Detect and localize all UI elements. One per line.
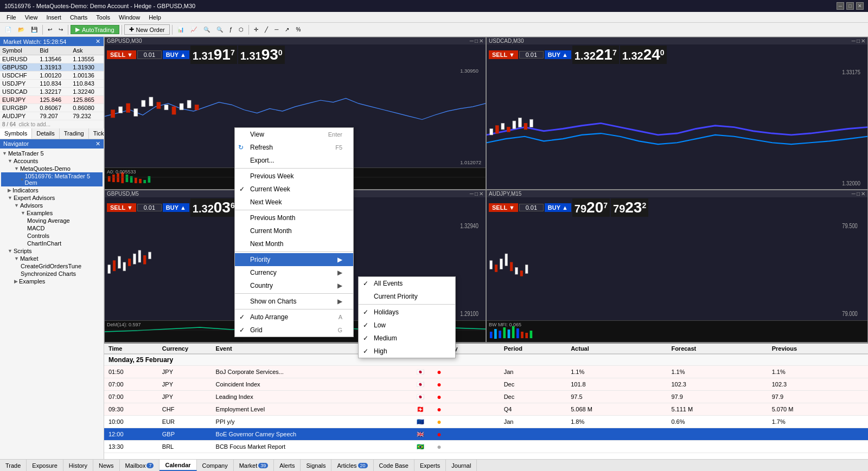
calendar-row[interactable]: 13:30 BRL BCB Focus Market Report 🇧🇷 ● [104, 441, 868, 453]
tab-calendar[interactable]: Calendar [159, 460, 196, 471]
tb-crosshair[interactable]: ✛ [251, 25, 261, 34]
nav-macd[interactable]: MACD [1, 224, 103, 232]
ctx-priority[interactable]: Priority ▶ [235, 253, 353, 266]
ctx-export[interactable]: Export... [235, 154, 353, 167]
lot-input-4[interactable] [519, 204, 544, 211]
mw-tab-symbols[interactable]: Symbols [0, 128, 32, 139]
tab-journal[interactable]: Journal [446, 460, 477, 471]
ctx-next-week[interactable]: Next Week [235, 196, 353, 209]
tb-zoom-in[interactable]: 🔍 [201, 25, 213, 34]
chart-win-btns-4[interactable]: ─ □ ✕ [852, 191, 865, 197]
mw-add[interactable]: click to add... [19, 121, 50, 127]
sell-button-3[interactable]: SELL ▼ [107, 203, 136, 212]
nav-indicators[interactable]: ▶ Indicators [1, 186, 103, 194]
calendar-row[interactable]: 01:50 JPY BoJ Corporate Services... 🇯🇵 ●… [104, 366, 868, 378]
chart-maximize-2[interactable]: □ [857, 38, 860, 44]
ctx-cur-week[interactable]: ✓ Current Week [235, 183, 353, 196]
ctx-refresh[interactable]: ↻ Refresh F5 [235, 141, 353, 154]
tab-alerts[interactable]: Alerts [274, 460, 301, 471]
calendar-row[interactable]: 07:00 JPY Coincident Index 🇯🇵 ● Dec 101.… [104, 378, 868, 391]
sell-button-1[interactable]: SELL ▼ [107, 50, 136, 59]
maximize-button[interactable]: □ [846, 2, 854, 10]
minimize-button[interactable]: ─ [837, 2, 844, 10]
tb-indicators[interactable]: ƒ [227, 25, 235, 34]
toolbar-new-btn[interactable]: 📄 [2, 25, 14, 34]
menu-charts[interactable]: Charts [66, 13, 92, 22]
tab-news[interactable]: News [93, 460, 120, 471]
nav-accounts[interactable]: ▼ Accounts [1, 157, 103, 165]
tab-market[interactable]: Market39 [234, 460, 275, 471]
mw-tab-details[interactable]: Details [32, 128, 60, 139]
lot-input-2[interactable] [519, 51, 544, 59]
market-watch-row[interactable]: USDCAD 1.32217 1.32240 [0, 88, 104, 96]
toolbar-save-btn[interactable]: 💾 [28, 25, 40, 34]
ctx-next-month[interactable]: Next Month [235, 237, 353, 250]
buy-button-4[interactable]: BUY ▲ [545, 203, 571, 212]
market-watch-close[interactable]: ✕ [95, 38, 100, 45]
tab-company[interactable]: Company [197, 460, 234, 471]
chart-close-1[interactable]: ✕ [479, 38, 483, 44]
menu-window[interactable]: Window [114, 13, 144, 22]
tab-articles[interactable]: Articles20 [331, 460, 373, 471]
market-watch-row[interactable]: AUDJPY 79.207 79.232 [0, 112, 104, 120]
chart-maximize-3[interactable]: □ [475, 191, 478, 197]
priority-low[interactable]: ✓ Low [359, 319, 455, 332]
new-order-button[interactable]: ✚ New Order [124, 24, 170, 35]
ctx-currency[interactable]: Currency ▶ [235, 266, 353, 279]
menu-help[interactable]: Help [144, 13, 165, 22]
nav-controls[interactable]: Controls [1, 232, 103, 240]
market-watch-row[interactable]: GBPUSD 1.31913 1.31930 [0, 63, 104, 72]
market-watch-row[interactable]: EURUSD 1.13546 1.13555 [0, 55, 104, 63]
toolbar-undo-btn[interactable]: ↩ [45, 25, 55, 34]
calendar-highlighted-row[interactable]: 12:00 GBP BoE Governor Carney Speech 🇬🇧 … [104, 428, 868, 441]
tab-history[interactable]: History [63, 460, 93, 471]
tab-trade[interactable]: Trade [0, 460, 27, 471]
close-button[interactable]: ✕ [856, 2, 864, 10]
lot-input-1[interactable] [137, 50, 162, 59]
ctx-prev-week[interactable]: Previous Week [235, 170, 353, 183]
market-watch-row[interactable]: EURJPY 125.846 125.865 [0, 96, 104, 104]
tb-percent[interactable]: % [293, 25, 303, 34]
tb-line[interactable]: ╱ [262, 25, 271, 34]
nav-advisors[interactable]: ▼ Advisors [1, 202, 103, 209]
calendar-row[interactable]: 07:00 JPY Leading Index 🇯🇵 ● Dec 97.5 97… [104, 391, 868, 403]
buy-button-1[interactable]: BUY ▲ [163, 50, 189, 59]
chart-maximize-1[interactable]: □ [475, 38, 478, 44]
nav-market[interactable]: ▼ Market [1, 255, 103, 262]
autotrading-button[interactable]: ▶ AutoTrading [71, 25, 119, 34]
buy-button-2[interactable]: BUY ▲ [545, 50, 571, 59]
ctx-prev-month[interactable]: Previous Month [235, 211, 353, 224]
chart-maximize-4[interactable]: □ [857, 191, 860, 197]
tb-chart-btn2[interactable]: 📈 [188, 25, 200, 34]
tab-signals[interactable]: Signals [301, 460, 331, 471]
priority-medium[interactable]: ✓ Medium [359, 332, 455, 345]
nav-chartinchart[interactable]: ChartInChart [1, 240, 103, 247]
mw-tab-trading[interactable]: Trading [60, 128, 89, 139]
chart-minimize-4[interactable]: ─ [852, 191, 856, 197]
lot-input-3[interactable] [137, 204, 162, 211]
tab-exposure[interactable]: Exposure [27, 460, 63, 471]
tb-objects[interactable]: ⬡ [236, 25, 246, 34]
navigator-close[interactable]: ✕ [95, 140, 100, 147]
nav-moving-average[interactable]: Moving Average [1, 217, 103, 224]
nav-scripts[interactable]: ▼ Scripts [1, 247, 103, 255]
chart-win-btns-1[interactable]: ─ □ ✕ [470, 38, 483, 44]
toolbar-redo-btn[interactable]: ↪ [56, 25, 66, 34]
ctx-show-charts[interactable]: Show on Charts ▶ [235, 295, 353, 308]
menu-file[interactable]: File [2, 13, 21, 22]
nav-metatrader5[interactable]: ▼ MetaTrader 5 [1, 150, 103, 157]
priority-holidays[interactable]: ✓ Holidays [359, 306, 455, 319]
tb-chart-btn1[interactable]: 📊 [175, 25, 187, 34]
chart-minimize-3[interactable]: ─ [470, 191, 474, 197]
chart-win-btns-3[interactable]: ─ □ ✕ [470, 191, 483, 197]
nav-examples[interactable]: ▼ Examples [1, 209, 103, 217]
calendar-row[interactable]: 10:00 EUR PPI y/y 🇪🇺 ● Jan 1.8% 0.6% 1.7… [104, 416, 868, 428]
chart-minimize-1[interactable]: ─ [470, 38, 474, 44]
tab-experts[interactable]: Experts [414, 460, 446, 471]
chart-close-2[interactable]: ✕ [861, 38, 865, 44]
sell-button-2[interactable]: SELL ▼ [489, 50, 518, 59]
tb-trendline[interactable]: ↗ [282, 25, 292, 34]
toolbar-open-btn[interactable]: 📂 [15, 25, 27, 34]
tab-codebase[interactable]: Code Base [374, 460, 414, 471]
menu-view[interactable]: View [21, 13, 42, 22]
